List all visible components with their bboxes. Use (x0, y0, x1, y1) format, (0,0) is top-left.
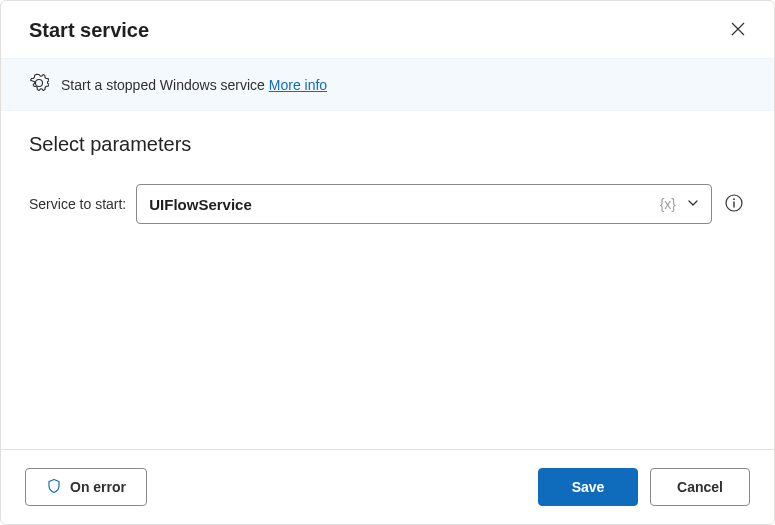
gear-icon (29, 73, 49, 96)
more-info-link[interactable]: More info (269, 77, 327, 93)
service-to-start-input[interactable] (136, 184, 712, 224)
on-error-button[interactable]: On error (25, 468, 147, 506)
service-to-start-label: Service to start: (29, 196, 126, 212)
dialog-header: Start service (1, 1, 774, 58)
banner-description: Start a stopped Windows service (61, 77, 265, 93)
close-button[interactable] (726, 17, 750, 44)
on-error-label: On error (70, 479, 126, 495)
dialog-content: Select parameters Service to start: {x} (1, 111, 774, 449)
dialog-footer: On error Save Cancel (1, 449, 774, 524)
service-combo: {x} (136, 184, 712, 224)
footer-actions: Save Cancel (538, 468, 750, 506)
info-banner: Start a stopped Windows service More inf… (1, 58, 774, 111)
cancel-button[interactable]: Cancel (650, 468, 750, 506)
dialog-title: Start service (29, 19, 149, 42)
service-to-start-row: Service to start: {x} (29, 184, 746, 224)
info-icon (724, 193, 744, 216)
service-info-button[interactable] (722, 191, 746, 218)
save-button[interactable]: Save (538, 468, 638, 506)
shield-icon (46, 478, 62, 497)
chevron-down-icon (686, 196, 700, 213)
section-title: Select parameters (29, 133, 746, 156)
svg-point-1 (733, 198, 735, 200)
banner-text: Start a stopped Windows service More inf… (61, 77, 327, 93)
start-service-dialog: Start service Start a stopped Windows se… (0, 0, 775, 525)
service-dropdown-toggle[interactable] (682, 192, 704, 217)
close-icon (730, 21, 746, 40)
